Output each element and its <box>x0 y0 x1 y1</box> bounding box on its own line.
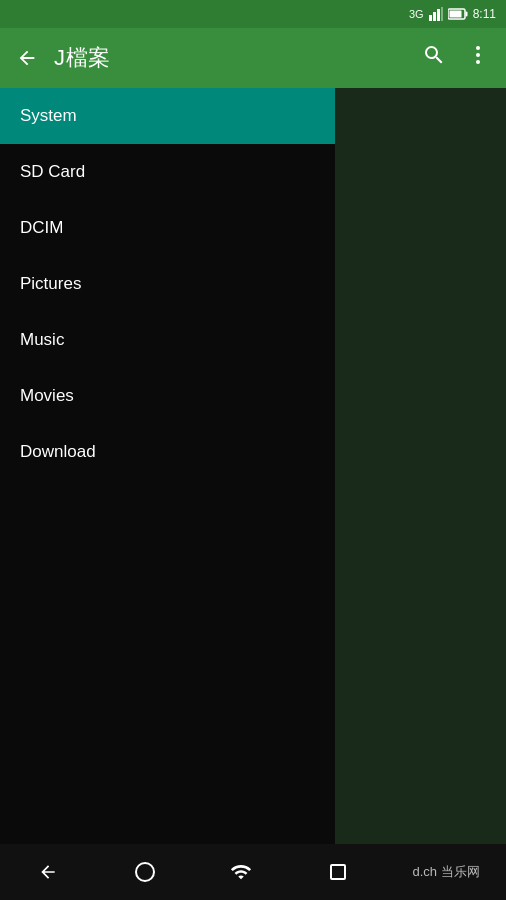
sidebar: System SD Card DCIM Pictures Music Movie… <box>0 88 335 844</box>
sidebar-item-download[interactable]: Download <box>0 424 335 480</box>
watermark-area: d.ch 当乐网 <box>405 844 488 900</box>
sidebar-item-music[interactable]: Music <box>0 312 335 368</box>
signal-text: 3G <box>409 8 424 20</box>
nav-wifi-button[interactable] <box>211 844 271 900</box>
sidebar-item-dcim[interactable]: DCIM <box>0 200 335 256</box>
main-layout: System SD Card DCIM Pictures Music Movie… <box>0 88 506 844</box>
app-bar: J檔案 <box>0 28 506 88</box>
time-text: 8:11 <box>473 7 496 21</box>
svg-rect-1 <box>433 12 436 21</box>
more-icon[interactable] <box>466 43 490 73</box>
nav-recents-button[interactable] <box>308 844 368 900</box>
search-icon[interactable] <box>422 43 446 73</box>
nav-bar: d.ch 当乐网 <box>0 844 506 900</box>
back-button[interactable] <box>16 47 38 69</box>
svg-point-8 <box>476 53 480 57</box>
sidebar-item-pictures[interactable]: Pictures <box>0 256 335 312</box>
signal-bars-icon <box>429 7 443 21</box>
app-title: J檔案 <box>54 43 406 73</box>
svg-rect-0 <box>429 15 432 21</box>
svg-rect-3 <box>441 7 443 21</box>
svg-point-9 <box>476 60 480 64</box>
battery-icon <box>448 8 468 20</box>
wireless-icon <box>230 861 252 883</box>
app-bar-actions <box>422 43 490 73</box>
status-icons: 3G 8:11 <box>409 7 496 21</box>
svg-rect-5 <box>465 12 467 17</box>
recents-square-icon <box>330 864 346 880</box>
sidebar-item-sdcard[interactable]: SD Card <box>0 144 335 200</box>
nav-home-button[interactable] <box>115 844 175 900</box>
watermark-text: d.ch 当乐网 <box>413 863 480 881</box>
svg-rect-2 <box>437 9 440 21</box>
nav-back-button[interactable] <box>18 844 78 900</box>
status-bar: 3G 8:11 <box>0 0 506 28</box>
home-circle-icon <box>135 862 155 882</box>
sidebar-item-movies[interactable]: Movies <box>0 368 335 424</box>
svg-point-7 <box>476 46 480 50</box>
right-panel <box>335 88 506 844</box>
svg-rect-6 <box>449 11 461 18</box>
sidebar-item-system[interactable]: System <box>0 88 335 144</box>
